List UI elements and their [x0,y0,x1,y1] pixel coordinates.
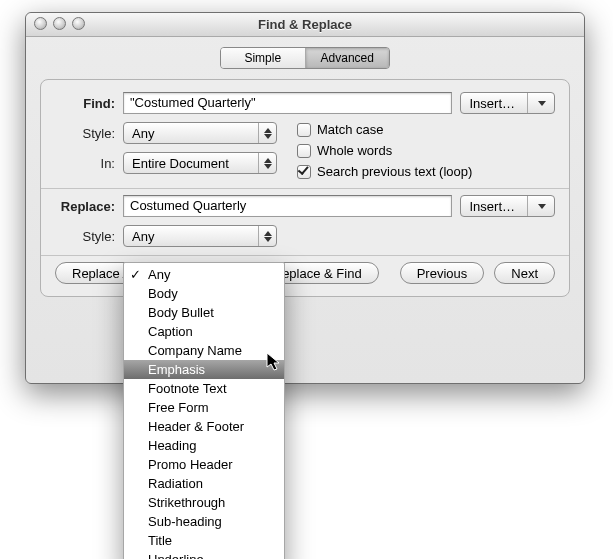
close-button[interactable] [34,17,47,30]
window-controls [34,17,85,30]
style-menu-item-label: Underline [148,552,204,559]
replace-style-value: Any [132,229,154,244]
zoom-button[interactable] [72,17,85,30]
style-menu-item-label: Promo Header [148,457,233,472]
style-menu-item-label: Body Bullet [148,305,214,320]
style-menu-item-label: Sub-heading [148,514,222,529]
minimize-button[interactable] [53,17,66,30]
match-case-label: Match case [317,122,383,137]
find-insert-button[interactable]: Insert… [460,92,555,114]
tab-simple[interactable]: Simple [221,48,306,68]
find-scope-value: Entire Document [132,156,229,171]
window-title: Find & Replace [258,17,352,32]
replace-insert-button[interactable]: Insert… [460,195,555,217]
find-label: Find: [55,96,123,111]
style-menu-item[interactable]: Body [124,284,284,303]
find-style-value: Any [132,126,154,141]
replace-style-popup[interactable]: Any [123,225,277,247]
find-style-label: Style: [55,126,123,141]
style-menu-item[interactable]: Company Name [124,341,284,360]
loop-label: Search previous text (loop) [317,164,472,179]
loop-checkbox[interactable] [297,165,311,179]
previous-button[interactable]: Previous [400,262,485,284]
style-menu-item-label: Header & Footer [148,419,244,434]
style-menu-item[interactable]: Title [124,531,284,550]
whole-words-label: Whole words [317,143,392,158]
style-menu-item[interactable]: Header & Footer [124,417,284,436]
style-menu-item[interactable]: Free Form [124,398,284,417]
style-menu: ✓AnyBodyBody BulletCaptionCompany NameEm… [123,262,285,559]
find-style-popup[interactable]: Any [123,122,277,144]
replace-label: Replace: [55,199,123,214]
style-menu-item-label: Body [148,286,178,301]
find-scope-label: In: [55,156,123,171]
checkmark-icon: ✓ [130,265,141,284]
match-case-option[interactable]: Match case [297,122,472,137]
style-menu-item-label: Any [148,267,170,282]
replace-field[interactable]: Costumed Quarterly [123,195,452,217]
mode-tabs: Simple Advanced [220,47,390,69]
style-menu-item-label: Free Form [148,400,209,415]
titlebar: Find & Replace [26,13,584,37]
style-menu-item-label: Strikethrough [148,495,225,510]
whole-words-option[interactable]: Whole words [297,143,472,158]
find-insert-label: Insert… [469,96,515,111]
match-case-checkbox[interactable] [297,123,311,137]
style-menu-item-label: Title [148,533,172,548]
style-menu-item[interactable]: Strikethrough [124,493,284,512]
style-menu-item[interactable]: Underline [124,550,284,559]
style-menu-item-label: Company Name [148,343,242,358]
style-menu-item[interactable]: Caption [124,322,284,341]
find-replace-window: Find & Replace Simple Advanced Find: "Co… [25,12,585,384]
style-menu-item[interactable]: Radiation [124,474,284,493]
whole-words-checkbox[interactable] [297,144,311,158]
style-menu-item[interactable]: Body Bullet [124,303,284,322]
style-menu-item-label: Footnote Text [148,381,227,396]
find-scope-popup[interactable]: Entire Document [123,152,277,174]
replace-style-label: Style: [55,229,123,244]
main-panel: Find: "Costumed Quarterly" Insert… Style… [40,79,570,297]
style-menu-item-label: Emphasis [148,362,205,377]
style-menu-item[interactable]: Footnote Text [124,379,284,398]
next-button[interactable]: Next [494,262,555,284]
tab-advanced[interactable]: Advanced [306,48,390,68]
style-menu-item[interactable]: Heading [124,436,284,455]
chevron-down-icon [538,204,546,209]
style-menu-item-label: Radiation [148,476,203,491]
style-menu-item[interactable]: Promo Header [124,455,284,474]
style-menu-item-label: Caption [148,324,193,339]
style-menu-item[interactable]: Emphasis [124,360,284,379]
style-menu-item[interactable]: Sub-heading [124,512,284,531]
chevron-down-icon [538,101,546,106]
style-menu-item-label: Heading [148,438,196,453]
style-menu-item[interactable]: ✓Any [124,265,284,284]
replace-insert-label: Insert… [469,199,515,214]
find-field[interactable]: "Costumed Quarterly" [123,92,452,114]
loop-option[interactable]: Search previous text (loop) [297,164,472,179]
